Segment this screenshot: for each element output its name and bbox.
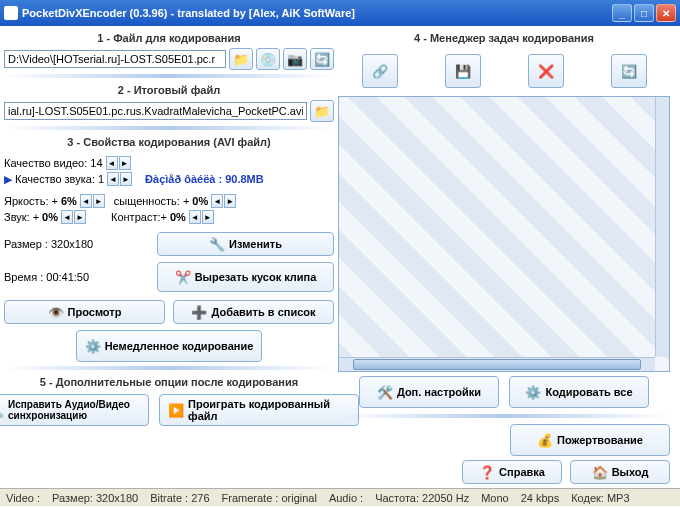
statusbar: Video : Размер: 320x180 Bitrate : 276 Fr… [0, 488, 680, 506]
section4-title: 4 - Менеджер задач кодирования [338, 30, 670, 46]
section1-title: 1 - Файл для кодирования [4, 30, 334, 46]
section5-title: 5 - Дополнительные опции после кодирован… [4, 374, 334, 390]
disc-icon: 💿 [260, 53, 276, 66]
fix-av-sync-button[interactable]: 🔧Исправить Аудио/Видео синхронизацию [0, 394, 149, 426]
titlebar: PocketDivXEncoder (0.3.96) - translated … [0, 0, 680, 26]
task-save-button[interactable]: 💾 [445, 54, 481, 88]
status-audio: Audio : [329, 492, 363, 504]
folder-icon: 📁 [233, 53, 249, 66]
audio-quality-label: Качество звука: [15, 173, 95, 185]
divider [338, 414, 670, 418]
output-file-input[interactable] [4, 102, 307, 120]
play-icon: ▶️ [168, 404, 184, 417]
task-delete-button[interactable]: ❌ [528, 54, 564, 88]
save-icon: 💾 [455, 65, 471, 78]
scissors-icon: ✂️ [175, 271, 191, 284]
scrollbar-thumb[interactable] [353, 359, 641, 370]
status-freq: Частота: 22050 Hz [375, 492, 469, 504]
saturation-value: 0% [192, 195, 208, 207]
saturation-spinner[interactable]: ◄► [211, 194, 236, 208]
dvd-button[interactable]: 💿 [256, 48, 280, 70]
divider [4, 74, 334, 78]
audio-quality-value: 1 [98, 173, 104, 185]
video-quality-label: Качество видео: [4, 157, 87, 169]
video-quality-value: 14 [90, 157, 102, 169]
status-bitrate: Bitrate : 276 [150, 492, 209, 504]
audio-quality-spinner[interactable]: ◄► [107, 172, 132, 186]
minimize-button[interactable]: _ [612, 4, 632, 22]
source-file-input[interactable] [4, 50, 226, 68]
plus-icon: ➕ [191, 306, 207, 319]
time-label: Время : 00:41:50 [4, 271, 154, 283]
horizontal-scrollbar[interactable] [339, 357, 655, 371]
window-title: PocketDivXEncoder (0.3.96) - translated … [22, 7, 355, 19]
capture-button[interactable]: 📷 [283, 48, 307, 70]
wrench-icon: 🔧 [0, 404, 4, 417]
brightness-value: 6% [61, 195, 77, 207]
browse-file-button[interactable]: 📁 [229, 48, 253, 70]
video-quality-spinner[interactable]: ◄► [106, 156, 131, 170]
camera-icon: 📷 [287, 53, 303, 66]
app-icon [4, 6, 18, 20]
gears-icon: ⚙️ [525, 386, 541, 399]
link-icon: 🔗 [372, 65, 388, 78]
eye-icon: 👁️ [48, 306, 64, 319]
refresh-icon: 🔄 [314, 53, 330, 66]
preview-button[interactable]: 👁️Просмотр [4, 300, 165, 324]
task-list-area[interactable] [338, 96, 670, 372]
refresh-icon: 🔄 [621, 65, 637, 78]
help-button[interactable]: ❓Справка [462, 460, 562, 484]
donate-icon: 💰 [537, 434, 553, 447]
dimensions-label: Размер : 320x180 [4, 238, 154, 250]
status-kbps: 24 kbps [521, 492, 560, 504]
section2-title: 2 - Итоговый файл [4, 82, 334, 98]
cut-clip-button[interactable]: ✂️Вырезать кусок клипа [157, 262, 334, 292]
exit-button[interactable]: 🏠Выход [570, 460, 670, 484]
reload-button[interactable]: 🔄 [310, 48, 334, 70]
divider [4, 126, 334, 130]
task-refresh-button[interactable]: 🔄 [611, 54, 647, 88]
add-to-list-button[interactable]: ➕Добавить в список [173, 300, 334, 324]
contrast-value: 0% [170, 211, 186, 223]
delete-icon: ❌ [538, 65, 554, 78]
status-mono: Mono [481, 492, 509, 504]
status-codec: Кодек: MP3 [571, 492, 629, 504]
extra-settings-button[interactable]: 🛠️Доп. настройки [359, 376, 499, 408]
sound-value: 0% [42, 211, 58, 223]
sound-spinner[interactable]: ◄► [61, 210, 86, 224]
status-framerate: Framerate : original [222, 492, 317, 504]
vertical-scrollbar[interactable] [655, 97, 669, 357]
status-size: Размер: 320x180 [52, 492, 138, 504]
contrast-spinner[interactable]: ◄► [189, 210, 214, 224]
status-video: Video : [6, 492, 40, 504]
resize-icon: 🔧 [209, 238, 225, 251]
saturation-label: сыщенность: + [114, 195, 190, 207]
task-open-button[interactable]: 🔗 [362, 54, 398, 88]
help-icon: ❓ [479, 466, 495, 479]
brightness-spinner[interactable]: ◄► [80, 194, 105, 208]
divider [4, 366, 334, 370]
filesize-estimate: Ðàçìåð ôàéëà : 90.8MB [145, 173, 264, 185]
section3-title: 3 - Свойства кодирования (AVI файл) [4, 134, 334, 150]
close-button[interactable]: ✕ [656, 4, 676, 22]
maximize-button[interactable]: □ [634, 4, 654, 22]
immediate-encode-button[interactable]: ⚙️Немедленное кодирование [76, 330, 263, 362]
change-size-button[interactable]: 🔧Изменить [157, 232, 334, 256]
home-icon: 🏠 [592, 466, 608, 479]
settings-icon: 🛠️ [377, 386, 393, 399]
folder-icon: 📁 [314, 105, 330, 118]
contrast-label: Контраст:+ [111, 211, 167, 223]
encode-all-button[interactable]: ⚙️Кодировать все [509, 376, 649, 408]
donate-button[interactable]: 💰Пожертвование [510, 424, 670, 456]
play-encoded-button[interactable]: ▶️Проиграть кодированный файл [159, 394, 359, 426]
sound-label: Звук: + [4, 211, 39, 223]
gear-icon: ⚙️ [85, 340, 101, 353]
brightness-label: Яркость: + [4, 195, 58, 207]
browse-output-button[interactable]: 📁 [310, 100, 334, 122]
